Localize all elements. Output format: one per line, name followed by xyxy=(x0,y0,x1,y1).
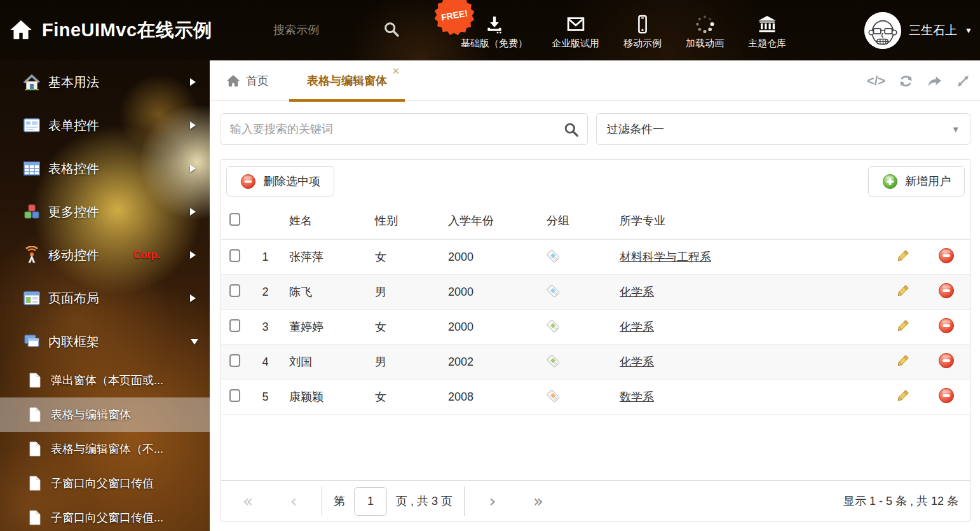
cell-gender: 女 xyxy=(369,319,442,334)
major-link[interactable]: 材料科学与工程系 xyxy=(620,251,711,263)
edit-pencil-icon[interactable] xyxy=(895,352,911,372)
grid-toolbar: 删除选中项 新增用户 xyxy=(221,160,970,202)
sidebar-subitem[interactable]: 表格与编辑窗体 xyxy=(0,397,210,432)
delete-row-icon[interactable] xyxy=(938,282,955,302)
prev-page-button[interactable]: ‹ xyxy=(271,493,316,509)
row-checkbox[interactable] xyxy=(229,319,240,332)
app-header: FineUIMvc在线示例 FREE! 基础版（免费）企业版试用移动示例加载动画… xyxy=(0,0,980,60)
filter-dropdown[interactable]: 过滤条件一 ▼ xyxy=(596,113,970,145)
tab-home[interactable]: 首页 xyxy=(226,60,269,101)
sidebar-item-basic-usage[interactable]: 基本用法 xyxy=(0,60,210,104)
expand-icon[interactable] xyxy=(955,73,971,89)
cell-year: 2000 xyxy=(442,321,540,334)
major-link[interactable]: 化学系 xyxy=(620,321,654,333)
tag-icon xyxy=(546,358,561,371)
tab-close-icon[interactable]: ✕ xyxy=(391,66,400,76)
tag-icon xyxy=(546,323,561,336)
cell-year: 2002 xyxy=(442,355,540,369)
header-search-icon[interactable] xyxy=(383,20,400,38)
delete-row-icon[interactable] xyxy=(938,247,955,267)
select-all-checkbox[interactable] xyxy=(229,213,240,226)
sidebar-item-mobile-controls[interactable]: 移动控件Corp. xyxy=(0,233,210,277)
sidebar-subitem[interactable]: 子窗口向父窗口传值... xyxy=(0,500,210,531)
delete-row-icon[interactable] xyxy=(938,317,955,337)
envelope-icon xyxy=(566,11,585,34)
tab-home-label: 首页 xyxy=(246,73,269,88)
delete-selected-button[interactable]: 删除选中项 xyxy=(226,166,334,197)
row-number: 3 xyxy=(248,321,283,334)
download-icon xyxy=(485,11,504,34)
edit-pencil-icon[interactable] xyxy=(895,282,911,302)
col-major[interactable]: 所学专业 xyxy=(613,213,884,228)
col-year[interactable]: 入学年份 xyxy=(442,213,540,228)
row-checkbox[interactable] xyxy=(229,354,240,367)
cell-gender: 男 xyxy=(369,354,442,369)
row-number: 1 xyxy=(248,251,283,264)
sidebar-item-more-controls[interactable]: 更多控件 xyxy=(0,190,210,233)
nav-theme-store[interactable]: 主题仓库 xyxy=(736,0,798,60)
sidebar-item-page-layout[interactable]: 页面布局 xyxy=(0,277,210,320)
col-gender[interactable]: 性别 xyxy=(369,213,442,228)
col-name[interactable]: 姓名 xyxy=(283,213,369,228)
row-checkbox[interactable] xyxy=(229,284,240,297)
row-checkbox[interactable] xyxy=(229,389,240,402)
home-icon[interactable] xyxy=(9,18,33,42)
cell-gender: 女 xyxy=(369,389,442,404)
cubes-icon xyxy=(23,203,41,221)
cell-year: 2000 xyxy=(442,251,540,264)
first-page-button[interactable]: « xyxy=(225,493,271,509)
major-link[interactable]: 化学系 xyxy=(620,286,654,298)
chevron-right-icon xyxy=(190,165,196,172)
app-title: FineUIMvc在线示例 xyxy=(42,18,212,43)
cell-gender: 女 xyxy=(369,249,442,265)
last-page-button[interactable]: » xyxy=(515,493,561,509)
keyword-search-input[interactable] xyxy=(230,114,561,144)
nav-enterprise-trial[interactable]: 企业版试用 xyxy=(540,0,611,60)
pagination-controls: « ‹ 第 页 , 共 3 页 › » xyxy=(225,481,561,521)
table-icon xyxy=(23,160,41,177)
header-search-input[interactable] xyxy=(273,19,375,41)
tag-icon xyxy=(546,288,561,301)
data-table: 姓名 性别 入学年份 分组 所学专业 1张萍萍女2000材料科学与工程系2陈飞男… xyxy=(221,202,970,415)
filter-dropdown-value: 过滤条件一 xyxy=(607,121,664,137)
tab-grid-edit-window[interactable]: 表格与编辑窗体 ✕ xyxy=(289,60,405,101)
col-group[interactable]: 分组 xyxy=(540,213,613,228)
edit-pencil-icon[interactable] xyxy=(895,317,911,337)
user-name: 三生石上 xyxy=(909,22,957,39)
row-number: 2 xyxy=(248,286,283,299)
delete-row-icon[interactable] xyxy=(938,387,955,407)
cell-name: 张萍萍 xyxy=(283,249,369,265)
edit-pencil-icon[interactable] xyxy=(895,247,911,267)
page-prefix: 第 xyxy=(334,493,345,509)
row-number: 5 xyxy=(248,390,283,404)
sidebar-subitem[interactable]: 弹出窗体（本页面或... xyxy=(0,363,210,397)
filter-row: 过滤条件一 ▼ xyxy=(221,113,970,145)
sidebar-item-inline-frame[interactable]: 内联框架 xyxy=(0,320,210,363)
keyword-search-icon[interactable] xyxy=(563,121,580,138)
wireless-icon xyxy=(23,246,41,264)
frames-icon xyxy=(23,333,41,350)
plus-circle-icon xyxy=(882,174,898,190)
next-page-button[interactable]: › xyxy=(470,493,515,509)
cell-gender: 男 xyxy=(369,284,442,300)
major-link[interactable]: 化学系 xyxy=(620,355,654,368)
edit-pencil-icon[interactable] xyxy=(895,387,911,407)
free-badge: FREE! xyxy=(431,0,478,39)
nav-mobile-demo[interactable]: 移动示例 xyxy=(611,0,674,60)
add-user-button[interactable]: 新增用户 xyxy=(868,166,965,197)
sidebar-subitem[interactable]: 表格与编辑窗体（不... xyxy=(0,432,210,466)
sidebar-item-form-controls[interactable]: 表单控件 xyxy=(0,104,210,147)
page-number-input[interactable] xyxy=(354,487,387,516)
major-link[interactable]: 数学系 xyxy=(620,390,654,403)
refresh-icon[interactable] xyxy=(898,73,914,89)
delete-row-icon[interactable] xyxy=(938,352,955,372)
table-row: 4刘国男2002化学系 xyxy=(221,345,970,380)
share-icon[interactable] xyxy=(927,73,943,89)
view-source-icon[interactable]: </> xyxy=(867,74,885,88)
row-checkbox[interactable] xyxy=(229,249,240,262)
cell-year: 2008 xyxy=(442,390,540,404)
user-menu[interactable]: 三生石上 ▼ xyxy=(864,0,972,60)
nav-loading-animation[interactable]: 加载动画 xyxy=(674,0,736,60)
sidebar-item-grid-controls[interactable]: 表格控件 xyxy=(0,147,210,190)
sidebar-subitem[interactable]: 子窗口向父窗口传值 xyxy=(0,466,210,500)
